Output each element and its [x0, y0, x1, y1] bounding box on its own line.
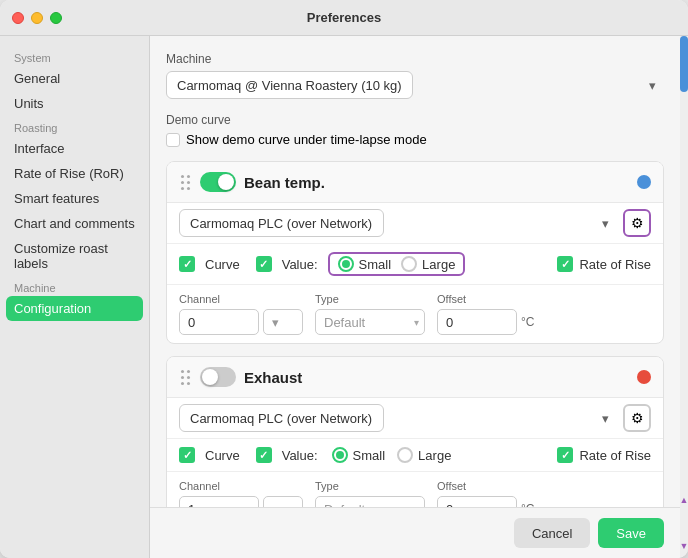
bean-temp-source-select[interactable]: Carmomaq PLC (over Network): [179, 209, 384, 237]
bean-temp-channel-input[interactable]: [179, 309, 259, 335]
bean-temp-offset-input[interactable]: [437, 309, 517, 335]
bean-temp-type-group: Type Default ▾: [315, 293, 425, 335]
toggle-bean-temp[interactable]: [200, 172, 236, 192]
exhaust-value-label: Value:: [282, 448, 318, 463]
exhaust-large-radio[interactable]: Large: [397, 447, 451, 463]
bean-temp-offset-unit: °C: [521, 315, 534, 329]
save-button[interactable]: Save: [598, 518, 664, 548]
exhaust-type-label: Type: [315, 480, 425, 492]
bean-temp-value-checkbox[interactable]: ✓: [256, 256, 272, 272]
demo-curve-checkbox[interactable]: [166, 133, 180, 147]
cancel-button[interactable]: Cancel: [514, 518, 590, 548]
channel-bean-temp-color: [637, 175, 651, 189]
bean-temp-type-input-row: Default ▾: [315, 309, 425, 335]
bean-temp-size-box: Small Large: [328, 252, 466, 276]
minimize-button[interactable]: [31, 12, 43, 24]
exhaust-ror-checkbox[interactable]: ✓: [557, 447, 573, 463]
drag-handle-exhaust[interactable]: [179, 368, 192, 387]
channel-bean-temp-source-row: Carmomaq PLC (over Network) ⚙: [167, 203, 663, 244]
sidebar-section-machine: Machine: [0, 276, 149, 296]
bean-temp-small-radio-outer: [338, 256, 354, 272]
exhaust-gear-button[interactable]: ⚙: [623, 404, 651, 432]
bean-temp-large-radio-outer: [401, 256, 417, 272]
bean-temp-ror-section: ✓ Rate of Rise: [557, 256, 651, 272]
footer: Cancel Save: [150, 507, 680, 558]
channel-exhaust-name: Exhaust: [244, 369, 629, 386]
content-scroll[interactable]: Machine Carmomaq @ Vienna Roastery (10 k…: [150, 36, 680, 507]
channel-exhaust-options: ✓ Curve ✓ Value:: [167, 439, 663, 472]
bean-temp-offset-label: Offset: [437, 293, 534, 305]
exhaust-channel-group: Channel ▾: [179, 480, 303, 507]
bean-temp-gear-button[interactable]: ⚙: [623, 209, 651, 237]
exhaust-small-label: Small: [353, 448, 386, 463]
channel-exhaust-header: Exhaust: [167, 357, 663, 398]
exhaust-ror-label: Rate of Rise: [579, 448, 651, 463]
sidebar-item-units[interactable]: Units: [0, 91, 149, 116]
machine-select[interactable]: Carmomaq @ Vienna Roastery (10 kg): [166, 71, 413, 99]
exhaust-source-wrapper: Carmomaq PLC (over Network): [179, 404, 617, 432]
exhaust-type-select[interactable]: Default: [315, 496, 425, 507]
bean-temp-large-label: Large: [422, 257, 455, 272]
bean-temp-channel-select[interactable]: ▾: [263, 309, 303, 335]
exhaust-channel-input-row: ▾: [179, 496, 303, 507]
exhaust-curve-checkbox[interactable]: ✓: [179, 447, 195, 463]
bean-temp-ror-label: Rate of Rise: [579, 257, 651, 272]
maximize-button[interactable]: [50, 12, 62, 24]
sidebar-section-roasting: Roasting: [0, 116, 149, 136]
main-layout: System General Units Roasting Interface …: [0, 36, 688, 558]
sidebar-item-ror[interactable]: Rate of Rise (RoR): [0, 161, 149, 186]
demo-curve-label: Demo curve: [166, 113, 664, 127]
sidebar-item-roast-labels[interactable]: Customize roast labels: [0, 236, 149, 276]
bean-temp-small-label: Small: [359, 257, 392, 272]
exhaust-small-radio[interactable]: Small: [332, 447, 386, 463]
channel-bean-temp: Bean temp. Carmomaq PLC (over Network) ⚙: [166, 161, 664, 344]
channel-exhaust: Exhaust Carmomaq PLC (over Network) ⚙: [166, 356, 664, 507]
exhaust-curve-label: Curve: [205, 448, 240, 463]
sidebar-item-chart[interactable]: Chart and comments: [0, 211, 149, 236]
drag-handle-bean-temp[interactable]: [179, 173, 192, 192]
exhaust-type-group: Type Default ▾: [315, 480, 425, 507]
exhaust-small-radio-outer: [332, 447, 348, 463]
bean-temp-ror-checkbox[interactable]: ✓: [557, 256, 573, 272]
exhaust-offset-label: Offset: [437, 480, 534, 492]
exhaust-channel-select[interactable]: ▾: [263, 496, 303, 507]
exhaust-offset-unit: °C: [521, 502, 534, 507]
exhaust-large-radio-outer: [397, 447, 413, 463]
toggle-exhaust[interactable]: [200, 367, 236, 387]
sidebar-item-general[interactable]: General: [0, 66, 149, 91]
machine-row: Carmomaq @ Vienna Roastery (10 kg): [166, 71, 664, 99]
bean-temp-curve-checkbox[interactable]: ✓: [179, 256, 195, 272]
demo-curve-checkbox-label: Show demo curve under time-lapse mode: [186, 132, 427, 147]
bean-temp-channel-label: Channel: [179, 293, 303, 305]
exhaust-type-input-row: Default ▾: [315, 496, 425, 507]
bean-temp-small-radio[interactable]: Small: [338, 256, 392, 272]
preferences-window: Preferences System General Units Roastin…: [0, 0, 688, 558]
content-area: Machine Carmomaq @ Vienna Roastery (10 k…: [150, 36, 680, 558]
exhaust-large-label: Large: [418, 448, 451, 463]
channel-exhaust-color: [637, 370, 651, 384]
channel-bean-temp-header: Bean temp.: [167, 162, 663, 203]
sidebar-item-interface[interactable]: Interface: [0, 136, 149, 161]
traffic-lights: [12, 12, 62, 24]
close-button[interactable]: [12, 12, 24, 24]
sidebar-item-smart[interactable]: Smart features: [0, 186, 149, 211]
channel-exhaust-fields: Channel ▾: [167, 472, 663, 507]
channel-bean-temp-name: Bean temp.: [244, 174, 629, 191]
window-title: Preferences: [307, 10, 381, 25]
exhaust-channel-input[interactable]: [179, 496, 259, 507]
sidebar: System General Units Roasting Interface …: [0, 36, 150, 558]
toggle-exhaust-knob: [202, 369, 218, 385]
sidebar-item-configuration[interactable]: Configuration: [6, 296, 143, 321]
scroll-arrow-up[interactable]: ▲: [680, 492, 688, 508]
bean-temp-large-radio[interactable]: Large: [401, 256, 455, 272]
scroll-arrow-down[interactable]: ▼: [680, 538, 688, 554]
scrollbar-track: ▲ ▼: [680, 36, 688, 558]
bean-temp-curve-label: Curve: [205, 257, 240, 272]
bean-temp-type-select[interactable]: Default: [315, 309, 425, 335]
scrollbar-thumb[interactable]: [680, 36, 688, 92]
toggle-bean-temp-knob: [218, 174, 234, 190]
exhaust-value-checkbox[interactable]: ✓: [256, 447, 272, 463]
exhaust-offset-input[interactable]: [437, 496, 517, 507]
exhaust-source-select[interactable]: Carmomaq PLC (over Network): [179, 404, 384, 432]
bean-temp-source-wrapper: Carmomaq PLC (over Network): [179, 209, 617, 237]
